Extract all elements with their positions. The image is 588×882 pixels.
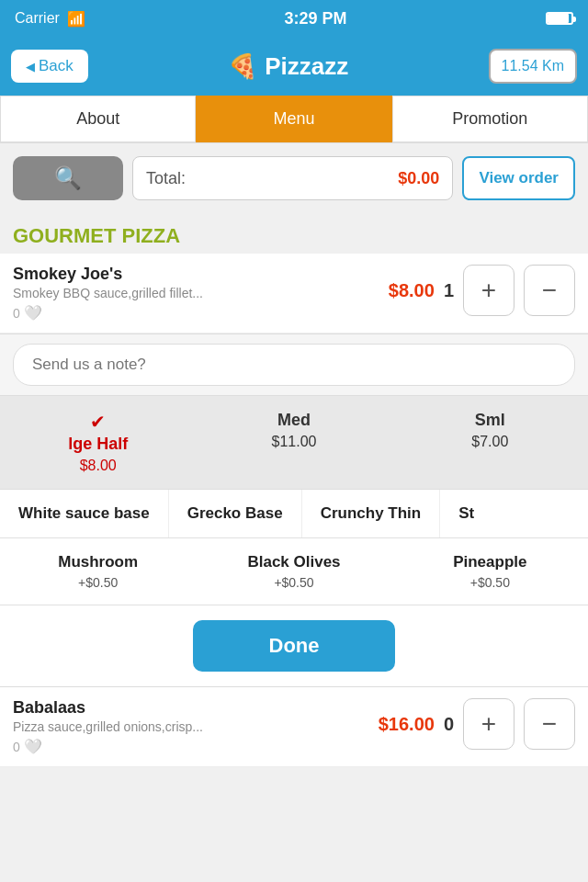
app-title: 🍕 Pizzazz xyxy=(228,52,348,81)
remove-button-1[interactable]: − xyxy=(524,265,575,316)
pizza-controls-2: $16.00 0 + − xyxy=(379,698,575,750)
section-header: GOURMET PIZZA xyxy=(0,213,588,254)
carrier-label: Carrier xyxy=(15,10,60,27)
size-check-icon: ✔ xyxy=(9,411,187,433)
tab-about[interactable]: About xyxy=(0,96,196,142)
view-order-button[interactable]: View order xyxy=(462,156,575,200)
total-label: Total: xyxy=(146,169,186,188)
tab-bar: About Menu Promotion xyxy=(0,96,588,143)
wifi-icon: 📶 xyxy=(67,10,85,28)
size-lge-half[interactable]: ✔ lge Half $8.00 xyxy=(0,396,196,489)
distance-badge: 11.54 Km xyxy=(489,49,577,84)
total-box: Total: $0.00 xyxy=(132,156,453,200)
base-grecko[interactable]: Grecko Base xyxy=(169,490,302,537)
base-white-sauce[interactable]: White sauce base xyxy=(0,490,169,537)
app-icon: 🍕 xyxy=(228,52,257,81)
heart-icon-1: 🤍 xyxy=(24,304,42,322)
add-button-2[interactable]: + xyxy=(463,698,514,750)
pizza-likes-1: 0 🤍 xyxy=(13,304,389,322)
tab-promotion[interactable]: Promotion xyxy=(392,96,588,142)
size-price-0: $8.00 xyxy=(9,458,187,474)
done-button[interactable]: Done xyxy=(193,620,395,672)
size-sml[interactable]: Sml $7.00 xyxy=(392,396,588,489)
pizza-qty-2: 0 xyxy=(444,714,454,735)
size-price-2: $7.00 xyxy=(401,434,579,450)
topping-price-2: +$0.50 xyxy=(401,575,579,590)
note-bar xyxy=(0,334,588,396)
base-st[interactable]: St xyxy=(440,490,492,537)
size-name-0: lge Half xyxy=(9,435,187,454)
search-button[interactable]: 🔍 xyxy=(13,156,123,200)
topping-black-olives[interactable]: Black Olives +$0.50 xyxy=(196,538,391,605)
topping-price-1: +$0.50 xyxy=(205,575,382,590)
topping-name-0: Mushroom xyxy=(9,553,187,571)
topping-mushroom[interactable]: Mushroom +$0.50 xyxy=(0,538,196,605)
pizza-item-1: Smokey Joe's Smokey BBQ sauce,grilled fi… xyxy=(0,254,588,334)
size-name-2: Sml xyxy=(401,411,579,430)
likes-count-1: 0 xyxy=(13,306,20,321)
topping-name-1: Black Olives xyxy=(205,553,382,571)
size-row: ✔ lge Half $8.00 Med $11.00 Sml $7.00 xyxy=(0,396,588,490)
pizza-name-2: Babalaas xyxy=(13,698,379,718)
app-title-text: Pizzazz xyxy=(265,52,348,81)
toppings-row: Mushroom +$0.50 Black Olives +$0.50 Pine… xyxy=(0,538,588,605)
done-row: Done xyxy=(0,605,588,687)
size-name-1: Med xyxy=(205,411,382,430)
heart-icon-2: 🤍 xyxy=(24,738,42,755)
search-icon: 🔍 xyxy=(54,165,82,191)
pizza-desc-1: Smokey BBQ sauce,grilled fillet... xyxy=(13,286,389,300)
bases-row: White sauce base Grecko Base Crunchy Thi… xyxy=(0,490,588,538)
base-crunchy-thin[interactable]: Crunchy Thin xyxy=(302,490,441,537)
header: Back 🍕 Pizzazz 11.54 Km xyxy=(0,37,588,96)
action-bar: 🔍 Total: $0.00 View order xyxy=(0,143,588,213)
pizza-qty-1: 1 xyxy=(444,280,454,301)
pizza-name-1: Smokey Joe's xyxy=(13,265,389,284)
topping-pineapple[interactable]: Pineapple +$0.50 xyxy=(392,538,588,605)
pizza-desc-2: Pizza sauce,grilled onions,crisp... xyxy=(13,719,379,734)
size-med[interactable]: Med $11.00 xyxy=(196,396,391,489)
add-button-1[interactable]: + xyxy=(463,265,514,316)
status-bar: Carrier 📶 3:29 PM xyxy=(0,0,588,37)
likes-count-2: 0 xyxy=(13,740,20,754)
pizza-price-1: $8.00 xyxy=(389,280,435,301)
pizza-controls-1: $8.00 1 + − xyxy=(389,265,575,316)
back-button[interactable]: Back xyxy=(11,50,88,83)
total-amount: $0.00 xyxy=(398,169,439,188)
battery-icon xyxy=(546,12,573,25)
tab-menu[interactable]: Menu xyxy=(196,96,391,142)
remove-button-2[interactable]: − xyxy=(524,698,575,750)
topping-name-2: Pineapple xyxy=(401,553,579,571)
topping-price-0: +$0.50 xyxy=(9,575,187,590)
pizza-price-2: $16.00 xyxy=(379,714,435,735)
pizza-item-2: Babalaas Pizza sauce,grilled onions,cris… xyxy=(0,687,588,767)
size-price-1: $11.00 xyxy=(205,434,382,450)
status-time: 3:29 PM xyxy=(284,9,346,28)
pizza-likes-2: 0 🤍 xyxy=(13,738,379,755)
note-input[interactable] xyxy=(13,344,575,386)
